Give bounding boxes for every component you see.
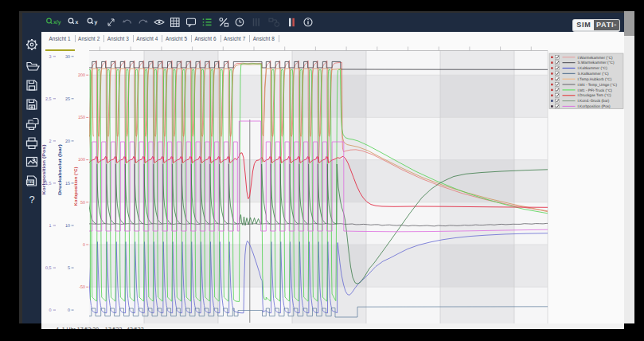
svg-text:1: 1 — [49, 224, 52, 229]
svg-text:I.Kond.-Druck (bar): I.Kond.-Druck (bar) — [578, 99, 610, 103]
svg-text:3: 3 — [49, 55, 52, 60]
svg-text:200: 200 — [78, 73, 85, 78]
svg-text:I.M1 - PFI-Truck (°C): I.M1 - PFI-Truck (°C) — [578, 88, 613, 92]
svg-text:0: 0 — [83, 243, 85, 248]
svg-text:Druckabsolut (bar): Druckabsolut (bar) — [58, 144, 63, 195]
svg-text:50: 50 — [80, 201, 85, 206]
svg-text:x: x — [76, 20, 79, 25]
svg-text:Korbposition (°C): Korbposition (°C) — [74, 167, 79, 206]
svg-text:x/y: x/y — [53, 20, 61, 25]
svg-text:I.Kaltkammer (°C): I.Kaltkammer (°C) — [578, 66, 608, 70]
svg-text:I.Warmekammer (°C): I.Warmekammer (°C) — [578, 56, 614, 60]
svg-text:20: 20 — [65, 139, 70, 144]
svg-text:15: 15 — [65, 182, 70, 186]
svg-text:CSV: CSV — [26, 180, 33, 184]
svg-text:0: 0 — [49, 308, 52, 313]
svg-text:150: 150 — [78, 116, 85, 120]
svg-text:I.Druckgas Tem (°C): I.Druckgas Tem (°C) — [578, 93, 612, 97]
svg-text:I.M4 - Temp_Umge (°C): I.M4 - Temp_Umge (°C) — [578, 83, 618, 87]
svg-text:25: 25 — [65, 97, 70, 102]
svg-text:?: ? — [29, 194, 34, 206]
svg-text:S.Kaltkammer (°C): S.Kaltkammer (°C) — [578, 72, 610, 76]
svg-text:S.Warmekammer (°C): S.Warmekammer (°C) — [578, 61, 615, 65]
svg-text:-50: -50 — [79, 285, 85, 290]
svg-text:100: 100 — [78, 158, 85, 163]
svg-text:30: 30 — [65, 55, 70, 60]
svg-text:0,5: 0,5 — [45, 266, 52, 271]
svg-text:2: 2 — [49, 139, 52, 144]
svg-text:10: 10 — [65, 224, 70, 229]
svg-text:y: y — [95, 20, 98, 25]
svg-text:I.Korbposition (Pos): I.Korbposition (Pos) — [578, 104, 611, 108]
svg-text:Korbposition (Pos): Korbposition (Pos) — [42, 144, 47, 194]
svg-text:0: 0 — [68, 308, 70, 313]
svg-text:I.Temp.Hubkorb (°C): I.Temp.Hubkorb (°C) — [578, 77, 612, 81]
svg-text:5: 5 — [68, 266, 70, 271]
svg-text:2,5: 2,5 — [45, 97, 52, 102]
